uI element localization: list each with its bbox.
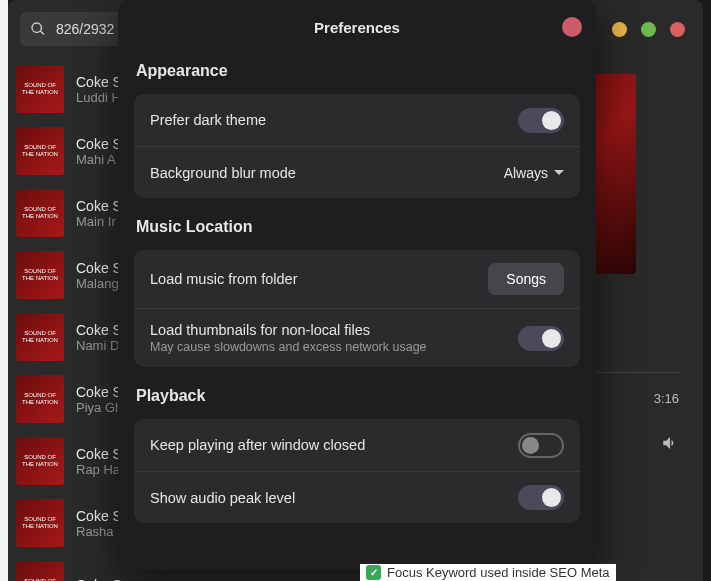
track-subtitle: Luddi H xyxy=(76,90,122,105)
row-audio-peak: Show audio peak level xyxy=(134,471,580,523)
track-title: Coke S xyxy=(76,384,122,400)
seo-hint-text: Focus Keyword used inside SEO Meta xyxy=(387,565,610,580)
track-title: Coke S xyxy=(76,446,122,462)
track-title: Coke S xyxy=(76,198,122,214)
track-thumbnail: SOUND OF THE NATION xyxy=(16,65,64,113)
track-subtitle: Rasha I xyxy=(76,524,122,539)
track-subtitle: Main Ir xyxy=(76,214,122,229)
row-dark-theme: Prefer dark theme xyxy=(134,94,580,146)
window-controls xyxy=(612,22,685,37)
music-location-group: Load music from folder Songs Load thumbn… xyxy=(134,250,580,367)
track-duration: 3:16 xyxy=(654,391,679,406)
track-thumbnail: SOUND OF THE NATION xyxy=(16,375,64,423)
playback-group: Keep playing after window closed Show au… xyxy=(134,419,580,523)
row-keep-playing: Keep playing after window closed xyxy=(134,419,580,471)
preferences-dialog: Preferences Appearance Prefer dark theme… xyxy=(118,0,596,570)
track-subtitle: Nami D xyxy=(76,338,122,353)
track-thumbnail: SOUND OF THE NATION xyxy=(16,437,64,485)
search-icon xyxy=(30,21,46,37)
section-heading-playback: Playback xyxy=(136,387,580,405)
keep-playing-toggle[interactable] xyxy=(518,433,564,458)
load-thumbnails-label: Load thumbnails for non-local files xyxy=(150,322,518,338)
dialog-close-button[interactable] xyxy=(562,17,582,37)
audio-peak-label: Show audio peak level xyxy=(150,490,518,506)
track-subtitle: Rap Ha xyxy=(76,462,122,477)
row-load-thumbnails: Load thumbnails for non-local files May … xyxy=(134,308,580,367)
track-title: Coke S xyxy=(76,577,122,581)
audio-peak-toggle[interactable] xyxy=(518,485,564,510)
row-blur-mode: Background blur mode Always xyxy=(134,146,580,198)
track-thumbnail: SOUND OF THE NATION xyxy=(16,189,64,237)
check-icon: ✓ xyxy=(366,565,381,580)
row-load-folder: Load music from folder Songs xyxy=(134,250,580,308)
dark-theme-label: Prefer dark theme xyxy=(150,112,518,128)
background-page-edge xyxy=(0,0,8,581)
window-minimize-button[interactable] xyxy=(612,22,627,37)
section-heading-appearance: Appearance xyxy=(136,62,580,80)
chevron-down-icon xyxy=(554,170,564,175)
songs-folder-button[interactable]: Songs xyxy=(488,263,564,295)
track-title: Coke S xyxy=(76,322,122,338)
track-thumbnail: SOUND OF THE NATION xyxy=(16,561,64,581)
track-subtitle: Piya Gh xyxy=(76,400,122,415)
dialog-title: Preferences xyxy=(314,19,400,36)
keep-playing-label: Keep playing after window closed xyxy=(150,437,518,453)
track-thumbnail: SOUND OF THE NATION xyxy=(16,313,64,361)
dark-theme-toggle[interactable] xyxy=(518,108,564,133)
track-title: Coke S xyxy=(76,260,122,276)
load-thumbnails-toggle[interactable] xyxy=(518,326,564,351)
blur-mode-dropdown[interactable]: Always xyxy=(504,165,564,181)
dialog-header: Preferences xyxy=(118,0,596,54)
volume-icon[interactable] xyxy=(661,434,679,452)
load-thumbnails-hint: May cause slowdowns and excess network u… xyxy=(150,340,518,354)
appearance-group: Prefer dark theme Background blur mode A… xyxy=(134,94,580,198)
seo-hint-bar: ✓ Focus Keyword used inside SEO Meta xyxy=(360,564,616,581)
track-subtitle: Malang xyxy=(76,276,122,291)
track-thumbnail: SOUND OF THE NATION xyxy=(16,127,64,175)
section-heading-music-location: Music Location xyxy=(136,218,580,236)
track-subtitle: Mahi A xyxy=(76,152,122,167)
track-thumbnail: SOUND OF THE NATION xyxy=(16,251,64,299)
track-title: Coke S xyxy=(76,508,122,524)
track-thumbnail: SOUND OF THE NATION xyxy=(16,499,64,547)
blur-mode-label: Background blur mode xyxy=(150,165,504,181)
track-title: Coke S xyxy=(76,136,122,152)
window-close-button[interactable] xyxy=(670,22,685,37)
blur-mode-value: Always xyxy=(504,165,548,181)
load-folder-label: Load music from folder xyxy=(150,271,488,287)
window-maximize-button[interactable] xyxy=(641,22,656,37)
track-title: Coke S xyxy=(76,74,122,90)
